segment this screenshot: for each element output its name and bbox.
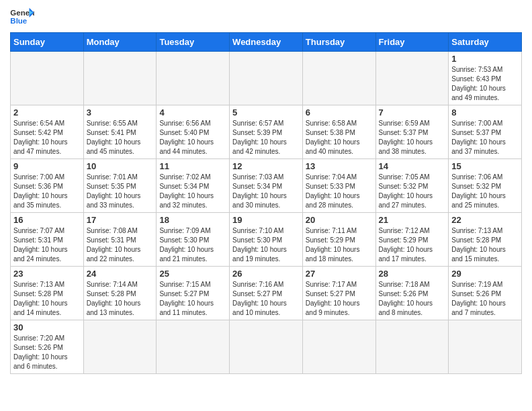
day-info: Sunrise: 7:05 AM Sunset: 5:32 PM Dayligh… [379, 173, 446, 210]
day-number: 20 [306, 215, 373, 225]
calendar-cell: 19Sunrise: 7:10 AM Sunset: 5:30 PM Dayli… [230, 213, 303, 267]
day-number: 15 [451, 161, 519, 171]
day-number: 9 [13, 161, 81, 171]
day-info: Sunrise: 7:07 AM Sunset: 5:31 PM Dayligh… [13, 226, 81, 264]
calendar-cell [375, 52, 449, 105]
calendar-cell: 26Sunrise: 7:16 AM Sunset: 5:27 PM Dayli… [230, 267, 303, 320]
calendar-cell: 16Sunrise: 7:07 AM Sunset: 5:31 PM Dayli… [11, 213, 84, 267]
day-number: 18 [159, 215, 226, 225]
day-info: Sunrise: 7:11 AM Sunset: 5:29 PM Dayligh… [306, 226, 373, 264]
day-info: Sunrise: 6:57 AM Sunset: 5:39 PM Dayligh… [232, 119, 300, 156]
calendar-cell: 13Sunrise: 7:04 AM Sunset: 5:33 PM Dayli… [302, 159, 375, 213]
calendar-week-0: 1Sunrise: 7:53 AM Sunset: 6:43 PM Daylig… [11, 52, 522, 105]
calendar-cell: 22Sunrise: 7:13 AM Sunset: 5:28 PM Dayli… [449, 213, 522, 267]
day-number: 10 [87, 161, 154, 171]
calendar-cell [302, 52, 375, 105]
day-info: Sunrise: 7:13 AM Sunset: 5:28 PM Dayligh… [13, 280, 81, 318]
day-info: Sunrise: 7:15 AM Sunset: 5:27 PM Dayligh… [159, 280, 226, 318]
calendar-cell: 6Sunrise: 6:58 AM Sunset: 5:38 PM Daylig… [302, 105, 375, 159]
day-header-monday: Monday [83, 33, 157, 52]
calendar-cell: 25Sunrise: 7:15 AM Sunset: 5:27 PM Dayli… [157, 267, 230, 320]
day-header-thursday: Thursday [302, 33, 375, 52]
calendar-cell: 10Sunrise: 7:01 AM Sunset: 5:35 PM Dayli… [83, 159, 157, 213]
day-info: Sunrise: 7:19 AM Sunset: 5:26 PM Dayligh… [451, 280, 519, 318]
calendar-cell [230, 52, 303, 105]
calendar-cell: 7Sunrise: 6:59 AM Sunset: 5:37 PM Daylig… [375, 105, 449, 159]
day-info: Sunrise: 7:14 AM Sunset: 5:28 PM Dayligh… [87, 280, 154, 318]
day-number: 12 [232, 161, 300, 171]
day-header-friday: Friday [375, 33, 449, 52]
day-header-saturday: Saturday [449, 33, 522, 52]
day-info: Sunrise: 7:12 AM Sunset: 5:29 PM Dayligh… [379, 226, 446, 264]
calendar-cell: 14Sunrise: 7:05 AM Sunset: 5:32 PM Dayli… [375, 159, 449, 213]
calendar-cell: 20Sunrise: 7:11 AM Sunset: 5:29 PM Dayli… [302, 213, 375, 267]
day-number: 28 [379, 269, 446, 279]
day-number: 1 [451, 54, 519, 64]
day-info: Sunrise: 7:00 AM Sunset: 5:37 PM Dayligh… [451, 119, 519, 156]
calendar-header-row: SundayMondayTuesdayWednesdayThursdayFrid… [11, 33, 522, 52]
calendar-cell: 1Sunrise: 7:53 AM Sunset: 6:43 PM Daylig… [449, 52, 522, 105]
calendar-cell: 5Sunrise: 6:57 AM Sunset: 5:39 PM Daylig… [230, 105, 303, 159]
day-info: Sunrise: 6:58 AM Sunset: 5:38 PM Dayligh… [306, 119, 373, 156]
calendar-cell: 27Sunrise: 7:17 AM Sunset: 5:27 PM Dayli… [302, 267, 375, 320]
day-number: 11 [159, 161, 226, 171]
day-info: Sunrise: 7:01 AM Sunset: 5:35 PM Dayligh… [87, 173, 154, 210]
day-info: Sunrise: 6:55 AM Sunset: 5:41 PM Dayligh… [87, 119, 154, 156]
calendar-cell [157, 320, 230, 374]
day-info: Sunrise: 7:02 AM Sunset: 5:34 PM Dayligh… [159, 173, 226, 210]
calendar-week-2: 9Sunrise: 7:00 AM Sunset: 5:36 PM Daylig… [11, 159, 522, 213]
page: General Blue SundayMondayTuesdayWednesda… [0, 0, 532, 381]
day-number: 14 [379, 161, 446, 171]
calendar-cell: 12Sunrise: 7:03 AM Sunset: 5:34 PM Dayli… [230, 159, 303, 213]
calendar-table: SundayMondayTuesdayWednesdayThursdayFrid… [10, 32, 522, 374]
day-info: Sunrise: 7:17 AM Sunset: 5:27 PM Dayligh… [306, 280, 373, 318]
calendar-cell: 29Sunrise: 7:19 AM Sunset: 5:26 PM Dayli… [449, 267, 522, 320]
calendar-cell: 8Sunrise: 7:00 AM Sunset: 5:37 PM Daylig… [449, 105, 522, 159]
day-number: 21 [379, 215, 446, 225]
day-number: 27 [306, 269, 373, 279]
day-number: 13 [306, 161, 373, 171]
day-number: 30 [13, 322, 81, 332]
day-number: 22 [451, 215, 519, 225]
day-number: 4 [159, 107, 226, 118]
day-info: Sunrise: 7:20 AM Sunset: 5:26 PM Dayligh… [13, 334, 81, 371]
calendar-cell: 15Sunrise: 7:06 AM Sunset: 5:32 PM Dayli… [449, 159, 522, 213]
day-info: Sunrise: 7:08 AM Sunset: 5:31 PM Dayligh… [87, 226, 154, 264]
calendar-cell [11, 52, 84, 105]
day-number: 29 [451, 269, 519, 279]
day-number: 2 [13, 107, 81, 118]
calendar-cell: 2Sunrise: 6:54 AM Sunset: 5:42 PM Daylig… [11, 105, 84, 159]
calendar-cell [230, 320, 303, 374]
day-info: Sunrise: 7:13 AM Sunset: 5:28 PM Dayligh… [451, 226, 519, 264]
logo-icon: General Blue [10, 7, 34, 27]
day-number: 26 [232, 269, 300, 279]
calendar-cell: 3Sunrise: 6:55 AM Sunset: 5:41 PM Daylig… [83, 105, 157, 159]
day-header-sunday: Sunday [11, 33, 84, 52]
day-number: 25 [159, 269, 226, 279]
day-info: Sunrise: 6:54 AM Sunset: 5:42 PM Dayligh… [13, 119, 81, 156]
logo: General Blue [10, 7, 40, 27]
day-number: 24 [87, 269, 154, 279]
day-number: 7 [379, 107, 446, 118]
day-info: Sunrise: 7:03 AM Sunset: 5:34 PM Dayligh… [232, 173, 300, 210]
calendar-week-4: 23Sunrise: 7:13 AM Sunset: 5:28 PM Dayli… [11, 267, 522, 320]
day-header-wednesday: Wednesday [230, 33, 303, 52]
svg-text:Blue: Blue [10, 17, 27, 25]
calendar-week-5: 30Sunrise: 7:20 AM Sunset: 5:26 PM Dayli… [11, 320, 522, 374]
day-info: Sunrise: 7:00 AM Sunset: 5:36 PM Dayligh… [13, 173, 81, 210]
calendar-cell: 24Sunrise: 7:14 AM Sunset: 5:28 PM Dayli… [83, 267, 157, 320]
calendar-cell: 18Sunrise: 7:09 AM Sunset: 5:30 PM Dayli… [157, 213, 230, 267]
day-number: 5 [232, 107, 300, 118]
calendar-cell: 11Sunrise: 7:02 AM Sunset: 5:34 PM Dayli… [157, 159, 230, 213]
day-info: Sunrise: 6:56 AM Sunset: 5:40 PM Dayligh… [159, 119, 226, 156]
calendar-cell: 17Sunrise: 7:08 AM Sunset: 5:31 PM Dayli… [83, 213, 157, 267]
day-number: 6 [306, 107, 373, 118]
calendar-cell [302, 320, 375, 374]
calendar-cell [375, 320, 449, 374]
day-info: Sunrise: 7:16 AM Sunset: 5:27 PM Dayligh… [232, 280, 300, 318]
calendar-cell: 23Sunrise: 7:13 AM Sunset: 5:28 PM Dayli… [11, 267, 84, 320]
calendar-cell [83, 320, 157, 374]
day-header-tuesday: Tuesday [157, 33, 230, 52]
header: General Blue [10, 7, 522, 27]
day-number: 3 [87, 107, 154, 118]
